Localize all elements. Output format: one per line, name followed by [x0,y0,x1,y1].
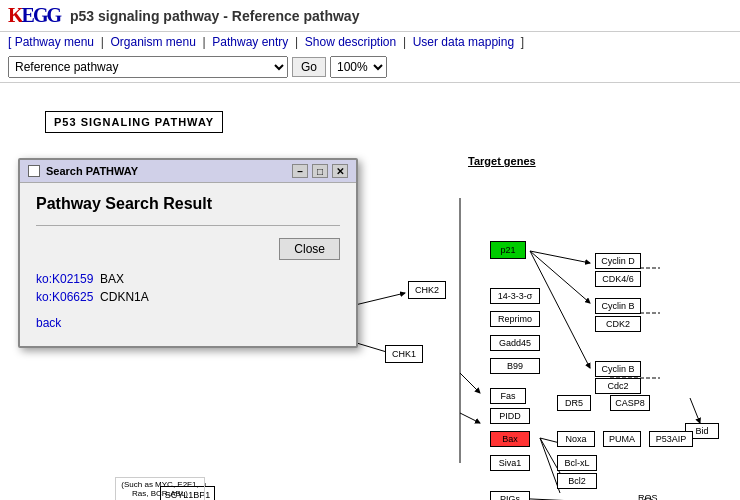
result-item-2: ko:K06625 CDKN1A [36,290,340,304]
page-title: p53 signaling pathway - Reference pathwa… [70,8,359,24]
dialog-divider [36,225,340,226]
dialog-window-icon [28,165,40,177]
node-cdk2: CDK2 [595,316,641,332]
node-pigs: PIGs [490,491,530,500]
node-siva1: Siva1 [490,455,530,471]
result-links: ko:K02159 BAX ko:K06625 CDKN1A [36,272,340,304]
svg-line-1 [355,293,405,305]
nav-organism-menu[interactable]: Organism menu [111,35,196,49]
node-cdc2: Cdc2 [595,378,641,394]
node-p53aip: P53AIP [649,431,693,447]
pathway-select[interactable]: Reference pathway [8,56,288,78]
node-casp8: CASP8 [610,395,650,411]
node-chk2: CHK2 [408,281,446,299]
svg-line-11 [460,373,480,393]
nav-pathway-menu[interactable]: [ Pathway menu [8,35,94,49]
node-14-3-3: 14-3-3-σ [490,288,540,304]
result-item-1: ko:K02159 BAX [36,272,340,286]
navbar: [ Pathway menu | Organism menu | Pathway… [0,32,740,52]
dialog-close-button[interactable]: ✕ [332,164,348,178]
node-reprimo: Reprimo [490,311,540,327]
result-gene-1: BAX [100,272,124,286]
dialog-minimize-button[interactable]: – [292,164,308,178]
nav-user-data-mapping[interactable]: User data mapping [413,35,514,49]
node-chk1: CHK1 [385,345,423,363]
dialog-maximize-button[interactable]: □ [312,164,328,178]
svg-line-15 [690,398,700,423]
node-bcl-xl: Bcl-xL [557,455,597,471]
go-button[interactable]: Go [292,57,326,77]
nav-pathway-entry[interactable]: Pathway entry [212,35,288,49]
main-content: +p +p +p +p [0,83,740,500]
svg-line-12 [460,413,480,423]
controls-bar: Reference pathway Go 100% [0,52,740,83]
target-genes-label: Target genes [468,155,536,167]
node-fas: Fas [490,388,526,404]
node-pidd: PIDD [490,408,530,424]
node-noxa: Noxa [557,431,595,447]
back-link[interactable]: back [36,316,61,330]
dialog-body: Pathway Search Result Close ko:K02159 BA… [20,183,356,346]
result-gene-2: CDKN1A [100,290,149,304]
pathway-title-box: P53 SIGNALING PATHWAY [45,111,223,133]
nav-show-description[interactable]: Show description [305,35,396,49]
myc-label: (Such as MYC, E2F1,Ras, BCR-ABL) [115,477,205,500]
close-button-row: Close [36,238,340,260]
dialog-titlebar: Search PATHWAY – □ ✕ [20,160,356,183]
node-puma: PUMA [603,431,641,447]
node-cyclin-b-bot: Cyclin B [595,361,641,377]
ros-label: ROS [638,493,658,500]
node-cyclin-b-top: Cyclin B [595,298,641,314]
node-b99: B99 [490,358,540,374]
result-link-k06625[interactable]: ko:K06625 [36,290,93,304]
dialog-controls: – □ ✕ [292,164,348,178]
dialog-result-title: Pathway Search Result [36,195,340,213]
result-link-k02159[interactable]: ko:K02159 [36,272,93,286]
dialog-title-label: Search PATHWAY [46,165,138,177]
header: KEGG p53 signaling pathway - Reference p… [0,0,740,32]
zoom-select[interactable]: 100% [330,56,387,78]
node-bcl2: Bcl2 [557,473,597,489]
node-dr5: DR5 [557,395,591,411]
kegg-logo: KEGG [8,4,60,27]
node-cdk46: CDK4/6 [595,271,641,287]
search-dialog: Search PATHWAY – □ ✕ Pathway Search Resu… [18,158,358,348]
node-cyclin-d: Cyclin D [595,253,641,269]
dialog-titlebar-left: Search PATHWAY [28,165,138,177]
close-button[interactable]: Close [279,238,340,260]
svg-line-8 [530,251,590,263]
node-bax: Bax [490,431,530,447]
node-p21: p21 [490,241,526,259]
node-gadd45: Gadd45 [490,335,540,351]
